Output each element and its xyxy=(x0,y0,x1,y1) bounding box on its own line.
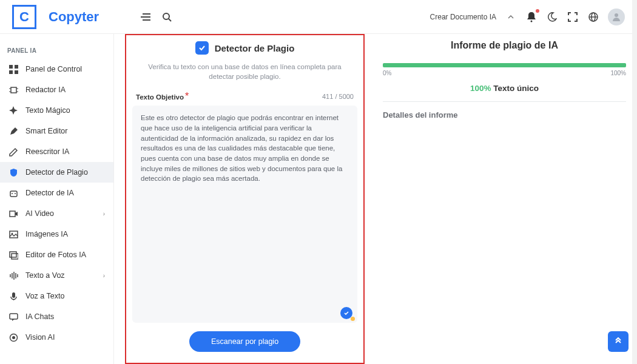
image-icon xyxy=(8,229,18,239)
sidebar-item-label: Smart Editor xyxy=(25,127,67,135)
sidebar-item-label: Editor de Fotos IA xyxy=(25,251,86,259)
chevron-up-icon[interactable] xyxy=(505,11,517,23)
bar-label-min: 0% xyxy=(383,70,391,76)
chat-icon xyxy=(8,312,18,322)
scan-button[interactable]: Escanear por plagio xyxy=(189,331,300,352)
avatar[interactable] xyxy=(608,8,625,25)
report-panel: Informe de plagio de IA 0% 100% 100% Tex… xyxy=(383,34,626,364)
sidebar-item-imagenes[interactable]: Imágenes IA xyxy=(0,224,113,244)
svg-rect-26 xyxy=(12,254,18,259)
result-percent: 100% xyxy=(470,84,491,93)
sidebar-item-label: AI Video xyxy=(25,209,54,218)
sidebar-item-reescritor[interactable]: Reescritor IA xyxy=(0,141,113,162)
soundwave-icon xyxy=(8,271,18,280)
globe-icon[interactable] xyxy=(587,11,599,23)
svg-line-4 xyxy=(169,19,171,21)
chip-icon xyxy=(8,85,18,95)
photo-edit-icon xyxy=(8,250,18,260)
sidebar-section-label: PANEL IA xyxy=(0,34,113,59)
panel-subtitle: Verifica tu texto con una base de datos … xyxy=(132,62,357,81)
fullscreen-icon[interactable] xyxy=(567,11,579,23)
bar-label-max: 100% xyxy=(610,70,626,76)
details-label: Detalles del informe xyxy=(383,110,626,120)
svg-point-3 xyxy=(163,13,169,19)
topbar: C Copyter Crear Documento IA xyxy=(0,0,637,34)
sparkle-icon xyxy=(8,106,18,115)
scrollbar[interactable] xyxy=(632,0,637,364)
sidebar-item-label: Texto Mágico xyxy=(25,106,70,115)
brand-name[interactable]: Copyter xyxy=(49,9,99,25)
create-doc-link[interactable]: Crear Documento IA xyxy=(430,13,496,21)
sidebar-item-vision-ai[interactable]: Vision AI xyxy=(0,327,113,348)
panel-title: Detector de Plagio xyxy=(215,43,295,53)
sidebar-item-label: IA Chats xyxy=(25,312,54,321)
svg-rect-19 xyxy=(10,191,17,197)
sidebar-item-label: Detector de IA xyxy=(25,189,74,197)
notification-dot xyxy=(536,9,539,13)
shield-icon xyxy=(8,167,18,177)
svg-rect-10 xyxy=(9,65,13,69)
eye-icon xyxy=(8,332,18,342)
progress-bar xyxy=(383,63,626,67)
svg-rect-25 xyxy=(10,252,16,257)
svg-rect-14 xyxy=(11,87,16,93)
sidebar: PANEL IA Panel de Control Redactor IA Te… xyxy=(0,34,114,364)
svg-point-20 xyxy=(12,193,13,194)
dashboard-icon xyxy=(8,64,18,74)
char-counter: 411 / 5000 xyxy=(322,93,354,100)
sidebar-item-texto-voz[interactable]: Texto a Voz › xyxy=(0,265,113,286)
sidebar-item-label: Imágenes IA xyxy=(25,230,68,238)
mic-icon xyxy=(8,291,18,301)
sidebar-item-redactor[interactable]: Redactor IA xyxy=(0,79,113,100)
scroll-top-button[interactable] xyxy=(608,331,629,352)
svg-rect-34 xyxy=(10,314,18,319)
moon-icon[interactable] xyxy=(546,11,558,23)
sidebar-item-detector-ia[interactable]: Detector de IA xyxy=(0,183,113,203)
result-line: 100% Texto único xyxy=(383,84,626,102)
svg-rect-22 xyxy=(10,211,15,217)
search-icon[interactable] xyxy=(161,11,173,23)
sidebar-item-label: Voz a Texto xyxy=(25,292,64,300)
report-title: Informe de plagio de IA xyxy=(383,40,626,51)
sidebar-item-label: Vision AI xyxy=(25,333,55,342)
menu-toggle-icon[interactable] xyxy=(140,11,152,23)
sidebar-item-detector-plagio[interactable]: Detector de Plagio xyxy=(0,162,113,183)
sidebar-item-ia-chats[interactable]: IA Chats xyxy=(0,306,113,327)
svg-rect-13 xyxy=(15,70,18,74)
edit-icon xyxy=(8,147,18,157)
sidebar-item-label: Redactor IA xyxy=(25,86,66,94)
main-content: Detector de Plagio Verifica tu texto con… xyxy=(114,34,637,364)
target-text-input[interactable] xyxy=(132,106,357,323)
chevron-right-icon: › xyxy=(103,272,105,279)
grammarly-icon[interactable] xyxy=(340,307,352,319)
result-text: Texto único xyxy=(493,84,539,93)
sidebar-item-ai-video[interactable]: AI Video › xyxy=(0,203,113,224)
logo-box[interactable]: C xyxy=(12,5,36,29)
svg-rect-32 xyxy=(12,292,15,298)
required-asterisk: * xyxy=(185,91,189,101)
sidebar-item-panel-control[interactable]: Panel de Control xyxy=(0,59,113,79)
sidebar-item-label: Texto a Voz xyxy=(25,271,65,280)
svg-point-36 xyxy=(12,336,15,339)
svg-rect-12 xyxy=(9,70,13,74)
sidebar-item-texto-magico[interactable]: Texto Mágico xyxy=(0,100,113,121)
detector-panel: Detector de Plagio Verifica tu texto con… xyxy=(125,34,365,364)
field-label: Texto Objetivo xyxy=(136,93,184,101)
svg-rect-11 xyxy=(15,65,18,69)
sidebar-item-label: Detector de Plagio xyxy=(25,168,88,177)
chevron-right-icon: › xyxy=(103,211,105,217)
bell-icon[interactable] xyxy=(525,11,538,23)
shield-check-icon xyxy=(195,41,209,55)
sidebar-item-editor-fotos[interactable]: Editor de Fotos IA xyxy=(0,244,113,265)
sidebar-item-voz-texto[interactable]: Voz a Texto xyxy=(0,286,113,306)
svg-point-5 xyxy=(531,20,533,22)
svg-point-9 xyxy=(615,13,618,17)
video-icon xyxy=(8,209,18,218)
robot-icon xyxy=(8,188,18,198)
pen-icon xyxy=(8,126,18,136)
sidebar-item-label: Panel de Control xyxy=(25,65,82,73)
sidebar-item-smart-editor[interactable]: Smart Editor xyxy=(0,121,113,141)
sidebar-item-label: Reescritor IA xyxy=(25,147,69,156)
svg-point-21 xyxy=(15,193,16,194)
